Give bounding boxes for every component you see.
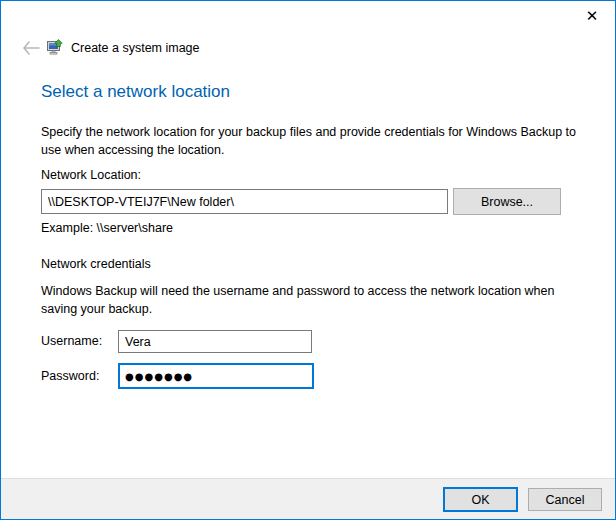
system-image-monitor-icon (47, 39, 63, 55)
footer-bar (1, 478, 615, 519)
close-icon[interactable]: ✕ (569, 1, 615, 31)
username-label: Username: (41, 334, 102, 348)
browse-button[interactable]: Browse... (453, 188, 561, 215)
page-title: Select a network location (41, 82, 230, 102)
ok-button[interactable]: OK (443, 487, 518, 512)
back-arrow-icon[interactable] (21, 38, 41, 58)
wizard-title: Create a system image (71, 41, 200, 55)
intro-text: Specify the network location for your ba… (41, 123, 586, 159)
network-location-label: Network Location: (41, 168, 141, 182)
password-input[interactable] (118, 363, 314, 389)
cancel-button[interactable]: Cancel (528, 488, 602, 511)
network-location-input[interactable] (41, 189, 448, 214)
password-label: Password: (41, 369, 99, 383)
credentials-description: Windows Backup will need the username an… (41, 282, 586, 318)
example-text: Example: \\server\share (41, 221, 173, 235)
network-credentials-heading: Network credentials (41, 257, 151, 271)
username-input[interactable] (118, 330, 312, 353)
create-system-image-dialog: ✕ Create a system image Select a network… (0, 0, 616, 520)
